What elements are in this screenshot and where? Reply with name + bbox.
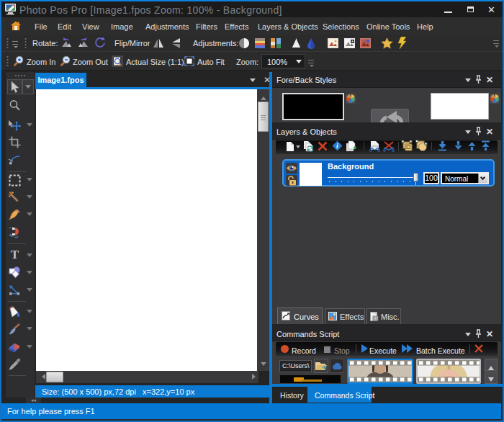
svg-text:i: i (336, 142, 338, 150)
